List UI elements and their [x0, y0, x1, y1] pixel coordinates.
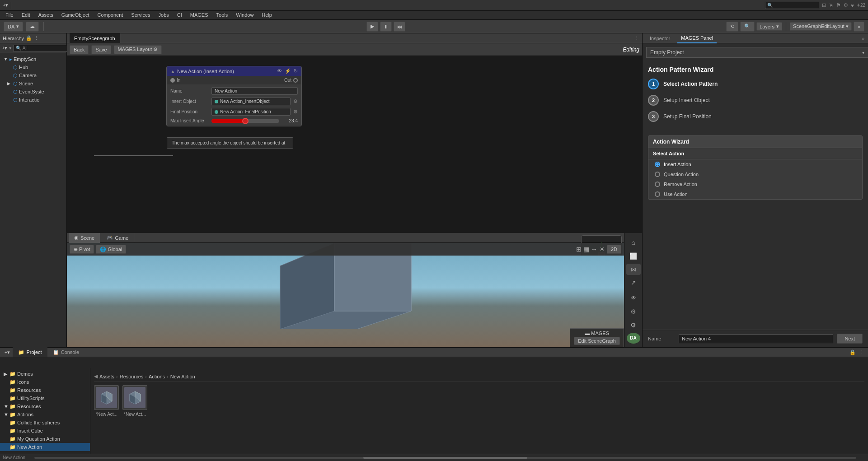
- asset-item-2[interactable]: *New Act...: [122, 385, 147, 417]
- pc-lock-icon[interactable]: 🔒: [848, 349, 858, 355]
- field-value-finalpos[interactable]: New Action_FinalPosition: [211, 108, 291, 116]
- step-btn[interactable]: ⏭: [394, 22, 405, 32]
- tree-item-emptyscene[interactable]: ▼ ▸ EmptyScn: [0, 55, 66, 63]
- wizard-step-1[interactable]: 1 Select Action Pattern: [648, 79, 863, 89]
- hierarchy-dropdown-btn[interactable]: ▾: [9, 45, 12, 51]
- breadcrumb-assets[interactable]: Assets: [99, 374, 114, 379]
- search-toolbar-btn[interactable]: 🔍: [740, 22, 755, 32]
- global-btn[interactable]: 🌐 Global: [96, 245, 126, 254]
- play-btn[interactable]: ▶: [366, 22, 378, 32]
- add-hierarchy-btn[interactable]: +▾: [2, 45, 7, 51]
- menu-gameobject[interactable]: GameObject: [58, 10, 93, 19]
- edit-scenegraph-btn[interactable]: Edit SceneGraph: [574, 337, 620, 345]
- gizmo-icon3[interactable]: ↔: [591, 246, 597, 253]
- scene-tab-game[interactable]: 🎮 Game: [101, 233, 134, 243]
- menu-mages[interactable]: MAGES: [187, 10, 212, 19]
- mages-layout-btn[interactable]: MAGES Layout ⚙: [114, 45, 162, 54]
- history-btn[interactable]: ⟲: [726, 22, 738, 32]
- menu-services[interactable]: Services: [127, 10, 154, 19]
- wizard-step-2[interactable]: 2 Setup Insert Object: [648, 95, 863, 106]
- account-btn[interactable]: DA ▾: [4, 22, 23, 32]
- eye-icon[interactable]: 👁: [277, 68, 282, 74]
- field-value-insertobj[interactable]: New Action_InsertObject: [211, 98, 291, 105]
- field-settings-insertobj[interactable]: ⚙: [293, 98, 298, 104]
- proj-item-insertcube[interactable]: 📁 Insert Cube: [0, 427, 90, 435]
- proj-item-actions[interactable]: ▼ 📁 Actions: [0, 410, 90, 419]
- tree-item-eventsystem[interactable]: ⬡ EventSyste: [0, 88, 66, 96]
- proj-item-myquestion[interactable]: 📁 My Question Action: [0, 435, 90, 443]
- proj-item-resources[interactable]: ▼ 📁 Resources: [0, 402, 90, 410]
- hierarchy-menu-icon[interactable]: ⋮: [34, 35, 39, 41]
- save-btn[interactable]: Save: [91, 45, 111, 54]
- option-remove[interactable]: Remove Action: [648, 179, 862, 189]
- proj-item-demos[interactable]: ▶ 📁 Demos: [0, 370, 90, 378]
- pause-btn[interactable]: ⏸: [380, 22, 392, 32]
- bolt-icon[interactable]: ⚡: [285, 68, 291, 74]
- menu-component[interactable]: Component: [94, 10, 127, 19]
- layers-dropdown[interactable]: Layers ▾: [756, 22, 782, 31]
- menu-tools[interactable]: Tools: [213, 10, 232, 19]
- sun-icon[interactable]: ☀: [599, 246, 605, 253]
- breadcrumb-resources[interactable]: Resources: [120, 374, 144, 379]
- proj-item-resources-sub[interactable]: 📁 Resources: [0, 386, 90, 394]
- tree-item-hub[interactable]: ⬡ Hub: [0, 63, 66, 71]
- menu-jobs[interactable]: Jobs: [155, 10, 173, 19]
- port-in[interactable]: In: [170, 78, 180, 83]
- back-btn[interactable]: Back: [70, 45, 89, 54]
- menu-file[interactable]: File: [2, 10, 17, 19]
- pivot-btn[interactable]: ⊕ Pivot: [70, 245, 94, 254]
- wizard-step-3[interactable]: 3 Setup Final Position: [648, 111, 863, 122]
- scroll-thumb[interactable]: [363, 457, 528, 459]
- scene-tab-scene[interactable]: ◉ Scene: [69, 233, 100, 243]
- hierarchy-search[interactable]: [14, 45, 75, 52]
- asset-item-1[interactable]: *New Act...: [94, 385, 119, 417]
- tree-item-camera[interactable]: ⬡ Camera: [0, 71, 66, 79]
- gizmo-icon2[interactable]: ▦: [583, 246, 589, 253]
- icon-chart[interactable]: ↗: [626, 277, 641, 289]
- menu-edit[interactable]: Edit: [18, 10, 34, 19]
- inspector-tab-inspector[interactable]: Inspector: [646, 33, 674, 43]
- expand-btn[interactable]: »: [854, 22, 864, 32]
- proj-item-collide[interactable]: 📁 Collide the spheres: [0, 419, 90, 427]
- menu-window[interactable]: Window: [232, 10, 257, 19]
- refresh-icon[interactable]: ↻: [294, 68, 298, 74]
- option-use[interactable]: Use Action: [648, 189, 862, 199]
- breadcrumb-actions[interactable]: Actions: [149, 374, 165, 379]
- menu-ci[interactable]: CI: [174, 10, 186, 19]
- add-project-btn[interactable]: +▾: [2, 349, 13, 355]
- icon-cogring[interactable]: ⚙: [626, 306, 641, 317]
- next-btn[interactable]: Next: [837, 334, 863, 344]
- hierarchy-lock-icon[interactable]: 🔒: [26, 35, 32, 41]
- 2d-btn[interactable]: 2D: [607, 245, 621, 254]
- inspector-tab-mages[interactable]: MAGES Panel: [677, 33, 717, 43]
- tree-item-interaction[interactable]: ⬡ Interactio: [0, 96, 66, 104]
- proj-item-icons[interactable]: 📁 Icons: [0, 378, 90, 386]
- icon-home[interactable]: ⌂: [626, 237, 641, 248]
- slider-container[interactable]: [211, 119, 279, 123]
- scenegraph-tab[interactable]: EmptyScenegraph: [70, 33, 120, 43]
- icon-network[interactable]: ⋈: [626, 264, 641, 275]
- tree-item-scene[interactable]: ▶ ⬡ Scene: [0, 79, 66, 88]
- field-settings-finalpos[interactable]: ⚙: [293, 109, 298, 115]
- tab-console[interactable]: 📋 Console: [47, 347, 84, 357]
- pc-more-icon[interactable]: ⋮: [858, 349, 866, 355]
- inspector-expand-icon[interactable]: »: [862, 36, 864, 41]
- layout-dropdown[interactable]: SceneGraphEditLayout ▾: [790, 22, 852, 31]
- tab-project[interactable]: 📁 Project: [13, 347, 47, 357]
- scenegraph-menu-icon[interactable]: ⋮: [634, 35, 639, 41]
- project-select[interactable]: Empty Project: [646, 47, 868, 58]
- port-out[interactable]: Out: [284, 78, 298, 83]
- proj-item-newaction[interactable]: 📁 New Action: [0, 443, 90, 451]
- slider-thumb[interactable]: [242, 118, 249, 124]
- breadcrumb-arrow-left[interactable]: ◀: [94, 373, 98, 379]
- option-question[interactable]: Question Action: [648, 169, 862, 179]
- name-input[interactable]: [679, 334, 833, 343]
- field-value-name[interactable]: New Action: [211, 87, 298, 95]
- proj-item-utilityscripts[interactable]: 📁 UtilityScripts: [0, 394, 90, 402]
- menu-assets[interactable]: Assets: [35, 10, 57, 19]
- icon-eyeagent[interactable]: 👁: [626, 292, 641, 304]
- menu-help[interactable]: Help: [258, 10, 276, 19]
- avatar-btn[interactable]: DA: [627, 333, 640, 344]
- cloud-btn[interactable]: ☁: [26, 22, 39, 32]
- gizmo-icon1[interactable]: ⊞: [576, 246, 582, 253]
